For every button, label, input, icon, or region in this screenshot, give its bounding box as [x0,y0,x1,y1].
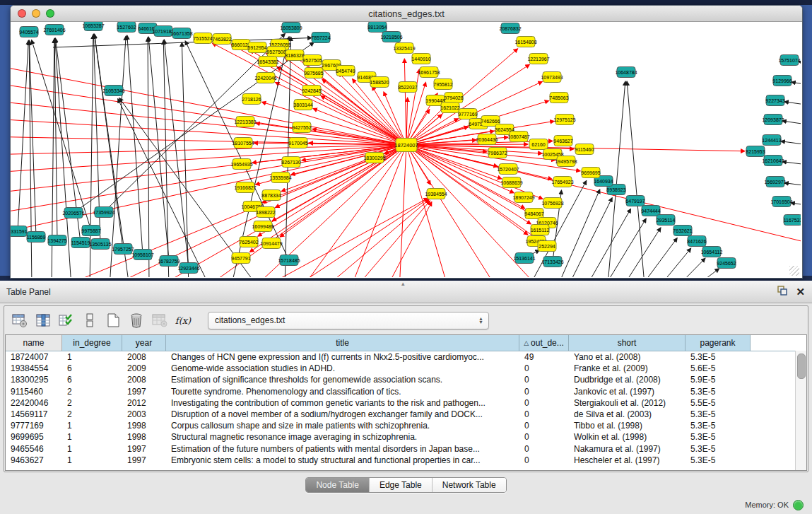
table-row[interactable]: 1872400712008Changes of HCN gene express… [6,351,806,363]
graph-node[interactable]: 9115460 [575,144,594,155]
graph-node[interactable]: 12093872 [762,115,784,125]
graph-node[interactable]: 10807487 [507,132,529,142]
graph-node[interactable]: 7625402 [239,237,258,247]
table-row[interactable]: 1830029562008Estimation of significance … [6,374,806,385]
graph-node[interactable]: 17359924 [93,207,114,218]
graph-node[interactable]: 20206576 [62,208,84,218]
tab-node-table[interactable]: Node Table [306,478,369,492]
graph-node[interactable]: 12213967 [527,54,549,64]
scrollbar-thumb[interactable] [797,354,806,379]
graph-node[interactable]: 7485063 [549,93,568,103]
graph-node[interactable]: 9463627 [553,136,572,146]
citation-network-graph[interactable]: 9405574276914061065328715276026466160107… [11,22,801,277]
graph-node[interactable]: 8813054 [367,22,387,33]
graph-node[interactable]: 10653287 [82,22,104,31]
graph-node[interactable]: 13325419 [393,43,415,54]
graph-node[interactable]: 16210643 [762,156,784,166]
graph-node[interactable]: 7986372 [488,148,507,158]
graph-node[interactable]: 19218506 [380,32,402,42]
graph-node[interactable]: 16671358 [170,28,192,39]
graph-node[interactable]: 21053346 [102,86,124,96]
graph-node[interactable]: 9242845 [302,86,321,96]
graph-node[interactable]: 20364436 [476,134,498,145]
graph-node[interactable]: 8186328 [285,50,304,61]
graph-node[interactable]: 19166827 [234,182,256,193]
graph-node[interactable]: 16782759 [158,256,180,267]
graph-node[interactable]: 10914479 [260,238,282,249]
graph-node[interactable]: 10648784 [615,67,637,78]
graph-node[interactable]: 17133426 [541,257,563,267]
function-builder-button[interactable]: f(x) [175,312,192,329]
graph-node[interactable]: 8215953 [746,146,765,157]
graph-node[interactable]: 19384554 [425,189,447,199]
vertical-scrollbar[interactable] [795,351,806,470]
window-title-bar[interactable]: citations_edges.txt [11,6,802,22]
graph-node[interactable]: 9245652 [717,258,736,269]
graph-node[interactable]: 1167533 [784,215,801,226]
graph-node[interactable]: 9527508 [266,47,286,57]
graph-node[interactable]: 16543382 [257,57,278,67]
delete-button[interactable] [128,312,145,329]
graph-node[interactable]: 1244413 [762,135,781,146]
graph-node[interactable]: 18724007 [394,139,418,152]
graph-node[interactable]: 8454749 [336,66,355,76]
column-header-in_degree[interactable]: in_degree [62,335,122,351]
graph-node[interactable]: 9699695 [581,168,600,178]
column-header-out_de[interactable]: △out_de... [519,335,569,351]
graph-node[interactable]: 18907249 [512,192,534,203]
graph-node[interactable]: 9794028 [444,93,463,103]
graph-node[interactable]: 13505135 [89,239,111,250]
graph-node[interactable]: 12923446 [177,263,199,274]
graph-node[interactable]: 1440910 [411,54,430,64]
new-column-button[interactable] [105,312,122,329]
graph-node[interactable]: 19495798 [555,156,577,167]
column-header-year[interactable]: year [122,335,166,351]
graph-node[interactable]: 9405574 [19,27,38,37]
graph-node[interactable]: 9777169 [458,109,477,119]
graph-node[interactable]: 1154519 [71,238,90,248]
table-row[interactable]: 1456911722003Disruption of a novel membe… [6,409,806,420]
graph-node[interactable]: 7857224 [311,33,330,43]
graph-node[interactable]: 15720407 [497,164,519,175]
delete-table-button[interactable] [151,312,168,329]
graph-node[interactable]: 252294 [538,241,556,252]
graph-node[interactable]: 27691406 [43,25,65,35]
graph-node[interactable]: 16154808 [514,37,536,47]
close-panel-icon[interactable]: ✕ [796,287,805,297]
graph-node[interactable]: 9170045 [288,138,307,148]
resize-grip[interactable] [789,266,799,276]
table-selector-dropdown[interactable]: citations_edges.txt ▲▼ [208,312,489,329]
graph-node[interactable]: 62160 [529,139,548,150]
graph-node[interactable]: 9427552 [292,122,311,133]
graph-node[interactable]: 9227343 [765,95,784,106]
tab-network-table[interactable]: Network Table [432,478,506,492]
graph-node[interactable]: 8878334 [261,190,281,201]
graph-node[interactable]: 8471626 [687,236,706,247]
graph-node[interactable]: 17654923 [551,177,573,187]
row-mode-button[interactable] [81,312,98,329]
graph-node[interactable]: 2718126 [242,94,261,105]
table-row[interactable]: 1938455462009Genome-wide association stu… [6,363,806,374]
column-header-title[interactable]: title [166,335,519,351]
graph-node[interactable]: 15718485 [278,255,300,266]
graph-node[interactable]: 20876832 [499,23,521,34]
graph-node[interactable]: 15751074 [778,55,800,66]
graph-node[interactable]: 10654112 [701,247,723,257]
graph-node[interactable]: 12213383 [234,117,256,127]
graph-node[interactable]: 17016504 [770,197,792,207]
graph-node[interactable]: 9331591 [11,226,28,237]
table-row[interactable]: 977716911998Corpus callosum shape and si… [6,420,806,431]
table-row[interactable]: 911546021997Tourette syndrome. Phenomeno… [6,386,806,397]
float-panel-icon[interactable] [777,286,787,298]
column-header-pagerank[interactable]: pagerank [686,335,751,351]
graph-node[interactable]: 2935114 [657,215,676,226]
graph-node[interactable]: 9457791 [231,253,250,264]
panel-collapse-handle[interactable]: ▴ [401,280,405,287]
table-row[interactable]: 2242004622012Investigating the contribut… [6,397,806,409]
graph-node[interactable]: 9975887 [81,226,100,236]
graph-node[interactable]: 17957257 [112,244,134,255]
column-header-name[interactable]: name [6,335,62,351]
graph-node[interactable]: 3803144 [293,100,312,110]
column-header-short[interactable]: short [569,335,686,351]
graph-node[interactable]: 10756928 [541,198,563,209]
